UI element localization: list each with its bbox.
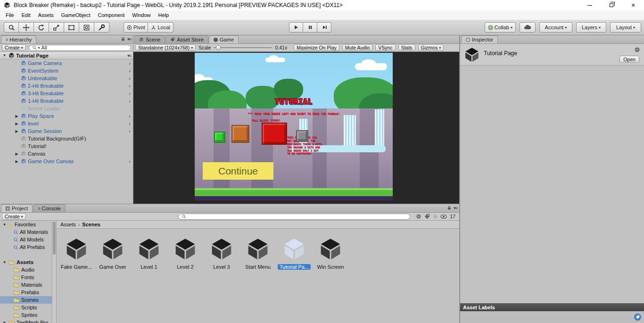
asset-level-2[interactable]: Level 2 xyxy=(172,237,198,270)
prefab-arrow-icon[interactable]: › xyxy=(129,68,131,74)
gear-icon[interactable] xyxy=(634,47,640,53)
prefab-arrow-icon[interactable]: › xyxy=(129,99,131,104)
breadcrumb-current[interactable]: Scenes xyxy=(82,222,100,227)
asset-win-screen[interactable]: Win Screen xyxy=(317,237,344,270)
asset-level-3[interactable]: Level 3 xyxy=(208,237,235,270)
prefab-arrow-icon[interactable]: › xyxy=(129,129,131,134)
menu-component[interactable]: Component xyxy=(94,10,128,20)
breadcrumb-root[interactable]: Assets xyxy=(60,222,76,227)
folder-textmesh[interactable]: ▼TextMesh Pro xyxy=(0,319,56,323)
prefab-arrow-icon[interactable]: › xyxy=(129,61,131,66)
favorite-search-icon[interactable]: ☆ xyxy=(433,214,438,220)
account-dropdown[interactable]: Account ▾ xyxy=(539,22,572,33)
gizmos-dropdown[interactable]: Gizmos▾ xyxy=(418,44,444,51)
expand-arrow-icon[interactable]: ▶ xyxy=(14,114,19,118)
minimize-button[interactable] xyxy=(579,0,601,10)
panel-menu-icon[interactable]: ▾≡ xyxy=(127,37,131,41)
menu-file[interactable]: File xyxy=(2,10,18,20)
tab-inspector[interactable]: Inspector xyxy=(461,35,498,43)
prefab-arrow-icon[interactable]: › xyxy=(129,114,131,119)
tab-console[interactable]: ≡ Console xyxy=(33,204,66,212)
close-button[interactable]: × xyxy=(622,0,644,10)
hierarchy-item-eventsystem[interactable]: ▶EventSystem› xyxy=(0,67,133,75)
search-by-type-icon[interactable] xyxy=(416,214,421,219)
rotate-tool-button[interactable] xyxy=(34,22,49,33)
add-label-button[interactable] xyxy=(634,314,641,321)
tab-hierarchy[interactable]: ≡ Hierarchy xyxy=(1,35,36,43)
menu-gameobject[interactable]: GameObject xyxy=(58,10,94,20)
lock-icon[interactable] xyxy=(121,37,125,41)
tree-scrollbar-thumb[interactable] xyxy=(53,222,56,255)
asset-level-1[interactable]: Level 1 xyxy=(136,237,162,270)
prefab-arrow-icon[interactable]: › xyxy=(129,121,131,126)
menu-assets[interactable]: Assets xyxy=(34,10,58,20)
prefab-arrow-icon[interactable]: › xyxy=(129,76,131,81)
expand-arrow-icon[interactable]: ▼ xyxy=(2,321,7,323)
play-button[interactable] xyxy=(289,22,303,33)
search-by-label-icon[interactable] xyxy=(424,214,430,219)
hierarchy-item-tutorial-text[interactable]: ▶Tutorial! xyxy=(0,142,133,150)
expand-arrow-icon[interactable]: ▼ xyxy=(2,223,7,227)
layout-dropdown[interactable]: Layout ▾ xyxy=(610,22,641,33)
expand-arrow-icon[interactable]: ▼ xyxy=(2,53,7,58)
scene-header-row[interactable]: ▼ Tutorial Page ▾≡ xyxy=(0,52,133,59)
menu-help[interactable]: Help xyxy=(154,10,173,20)
expand-arrow-icon[interactable]: ▶ xyxy=(14,152,19,156)
folder-fonts[interactable]: Fonts xyxy=(0,273,56,281)
rect-tool-button[interactable] xyxy=(64,22,79,33)
cloud-services-button[interactable] xyxy=(520,22,536,33)
hierarchy-create-button[interactable]: Create ▾ xyxy=(2,44,26,51)
tree-scrollbar[interactable] xyxy=(52,221,56,323)
lock-icon[interactable] xyxy=(447,206,452,210)
hidden-count-eye-icon[interactable] xyxy=(440,215,447,219)
expand-arrow-icon[interactable]: ▶ xyxy=(14,159,19,164)
tree-favorites[interactable]: ▼★Favorites xyxy=(0,221,56,228)
scale-slider-knob[interactable] xyxy=(216,45,221,50)
prefab-arrow-icon[interactable]: › xyxy=(129,159,131,164)
asset-fake-game-over[interactable]: Fake Game... xyxy=(63,237,90,270)
tab-project[interactable]: Project xyxy=(1,204,33,212)
tree-all-prefabs[interactable]: All Prefabs xyxy=(0,243,56,251)
tab-game[interactable]: Game xyxy=(209,35,239,43)
transform-tool-button[interactable] xyxy=(79,22,94,33)
game-viewport[interactable]: TUTORIAL *** MOVE YOUR MOUSE LEFT AND RI… xyxy=(133,52,459,204)
collab-button[interactable]: ✓ Collab ▾ xyxy=(485,22,516,33)
tree-all-materials[interactable]: All Materials xyxy=(0,228,56,236)
menu-window[interactable]: Window xyxy=(128,10,154,20)
pause-button[interactable] xyxy=(303,22,317,33)
asset-game-over[interactable]: Game Over xyxy=(99,237,126,270)
folder-scripts[interactable]: Scripts xyxy=(0,304,56,311)
hierarchy-item-level[interactable]: ▶level› xyxy=(0,120,133,127)
tab-scene[interactable]: Scene xyxy=(134,35,165,43)
hierarchy-item-scene-loader[interactable]: ▶Scene Loader xyxy=(0,105,133,112)
project-create-button[interactable]: Create ▾ xyxy=(2,213,26,220)
panel-menu-icon[interactable]: ▾≡ xyxy=(454,206,457,210)
prefab-arrow-icon[interactable]: › xyxy=(129,91,131,96)
project-search-input[interactable] xyxy=(178,214,410,220)
vsync-button[interactable]: VSync xyxy=(375,44,395,51)
hierarchy-item-3-hit-breakable[interactable]: ▶3-Hit Breakable› xyxy=(0,90,133,97)
tab-asset-store[interactable]: Asset Store xyxy=(165,35,208,43)
hierarchy-search-input[interactable]: ▾ All xyxy=(29,45,131,51)
open-scene-button[interactable]: Open xyxy=(619,56,639,63)
scene-menu-icon[interactable]: ▾≡ xyxy=(127,53,131,58)
scale-slider[interactable] xyxy=(214,47,272,48)
move-tool-button[interactable] xyxy=(19,22,34,33)
scale-tool-button[interactable] xyxy=(49,22,64,33)
expand-arrow-icon[interactable]: ▼ xyxy=(2,260,7,265)
prefab-arrow-icon[interactable]: › xyxy=(129,83,131,89)
pivot-toggle-button[interactable]: Pivot xyxy=(124,22,148,33)
game-render[interactable]: TUTORIAL *** MOVE YOUR MOUSE LEFT AND RI… xyxy=(195,53,393,200)
hierarchy-item-canvas[interactable]: ▶Canvas xyxy=(0,150,133,157)
tree-assets-root[interactable]: ▼Assets xyxy=(0,258,56,266)
hierarchy-item-game-over-canvas[interactable]: ▶Game Over Canvas› xyxy=(0,157,133,165)
hierarchy-item-unbreakable[interactable]: ▶Unbreakable› xyxy=(0,75,133,82)
hierarchy-item-game-session[interactable]: ▶Game Session› xyxy=(0,127,133,135)
menu-edit[interactable]: Edit xyxy=(18,10,34,20)
folder-audio[interactable]: Audio xyxy=(0,266,56,273)
folder-scenes[interactable]: Scenes xyxy=(0,296,56,304)
folder-sprites[interactable]: Sprites xyxy=(0,311,56,319)
hand-tool-button[interactable] xyxy=(4,22,19,33)
stats-button[interactable]: Stats xyxy=(398,44,415,51)
layers-dropdown[interactable]: Layers ▾ xyxy=(576,22,606,33)
